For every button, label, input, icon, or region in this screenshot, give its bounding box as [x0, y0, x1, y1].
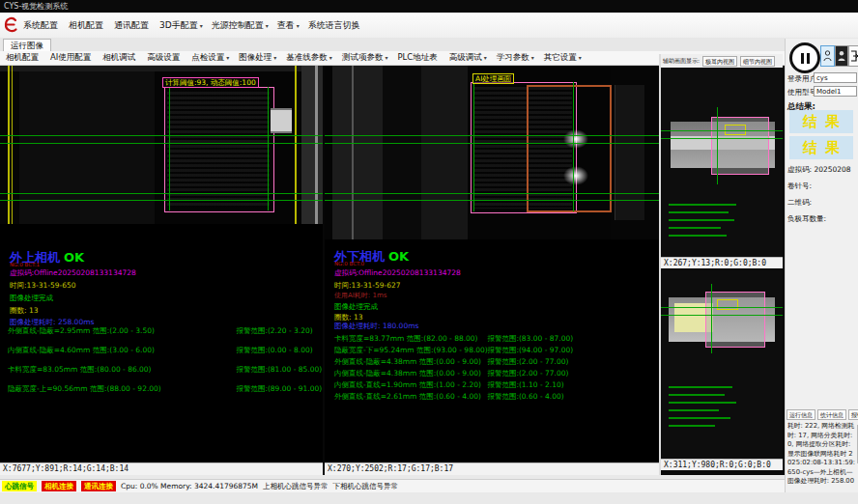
- user-dark-icon: [838, 47, 845, 66]
- chevron-down-icon: ▾: [385, 54, 387, 61]
- measurement-row: 卡料宽度=83.77mm 范围:(82.00 - 88.00) 报警范围:(83…: [334, 334, 655, 346]
- image-region: [0, 66, 323, 71]
- process-elapsed: 图像处理耗时: 180.00ms: [334, 322, 418, 331]
- pause-button[interactable]: [789, 42, 820, 73]
- virtual-barcode: 虚拟码:Offline20250208133134728: [334, 268, 461, 278]
- camera-view-outer-upper[interactable]: 计算阈值:93, 动态阈值:100: [0, 66, 323, 224]
- measurement-value: 内侧直线-隐蔽=4.60mm 范围:(3.00 - 6.00): [8, 346, 234, 355]
- tab-stats-info[interactable]: 统计信息: [817, 409, 846, 420]
- pixel-coords-readout: X:7677;Y:891;R:14;G:14;B:14: [0, 462, 323, 475]
- result-text-line: [669, 394, 725, 396]
- toolbar-item-label: 高级设置: [147, 52, 180, 62]
- chevron-down-icon: ▾: [297, 22, 300, 29]
- alarm-range: 报警范围:(83.00 - 87.00): [487, 334, 573, 343]
- model-field[interactable]: Model1: [814, 86, 857, 97]
- round-count: 圈数: 13: [10, 306, 38, 316]
- measurement-list: 外侧直线-隐蔽=2.95mm 范围:(2.00 - 3.50) 报警范围:(2.…: [8, 322, 319, 400]
- toolbar-item[interactable]: 基准线参数▾: [286, 52, 332, 64]
- menu-item[interactable]: 3D手配置▾: [159, 19, 203, 32]
- menu-item[interactable]: 光源控制配置▾: [212, 19, 269, 32]
- exit-button[interactable]: [848, 45, 858, 67]
- qr-label: 二维码:: [787, 198, 812, 208]
- toolbar-item-label: 图像处理: [239, 52, 272, 62]
- toolbar-item-label: 其它设置: [544, 52, 577, 62]
- login-user-field[interactable]: cys: [814, 72, 857, 83]
- menu-item[interactable]: 系统配置: [23, 19, 60, 32]
- result-text-line: [669, 211, 729, 213]
- menu-item-label: 系统语言切换: [308, 20, 360, 30]
- chevron-down-icon: ▾: [579, 54, 582, 61]
- result-text-line: [669, 417, 730, 419]
- result-text-line: [669, 235, 727, 237]
- toolbar-item[interactable]: 相机调试: [102, 52, 137, 64]
- virtual-barcode: 虚拟码:Offline20250208133134728: [10, 268, 136, 278]
- menu-bar: 系统配置 相机配置 通讯配置 3D手配置▾ 光源控制配置▾ 查看▾ 系统语言切换: [0, 13, 858, 39]
- toolbar-item-label: 相机调试: [102, 52, 135, 62]
- measure-line: [0, 193, 323, 194]
- exit-icon: [850, 47, 858, 66]
- aux-camera-view-bottom[interactable]: [661, 270, 783, 459]
- menu-item-label: 光源控制配置: [212, 20, 264, 30]
- status-message-lower: 下相机心跳信号异常: [333, 482, 399, 491]
- toolbar-item[interactable]: AI使用配置: [50, 52, 93, 64]
- info-tab-strip: 运行信息 统计信息 报错信息: [786, 409, 858, 420]
- menu-item[interactable]: 相机配置: [69, 19, 105, 32]
- menu-item[interactable]: 通讯配置: [114, 19, 151, 32]
- result-text-line: [669, 402, 736, 404]
- measurement-row: 外侧直线-隐蔽=2.95mm 范围:(2.00 - 3.50) 报警范围:(2.…: [8, 322, 319, 342]
- menu-item[interactable]: 系统语言切换: [308, 19, 362, 32]
- toolbar-item[interactable]: 测试项参数▾: [342, 52, 388, 64]
- measure-line: [661, 315, 783, 316]
- aux-header-label: 辅助画面显示:: [663, 57, 700, 66]
- capture-time: 时间:13-31-59-627: [334, 281, 401, 291]
- needle-label: 卷针号:: [787, 182, 812, 191]
- result-text-line: [669, 219, 734, 221]
- result-box-1: 结果: [789, 110, 853, 133]
- chevron-down-icon: ▾: [266, 22, 269, 29]
- menu-item-label: 查看: [277, 20, 295, 30]
- measurement-row: 隐蔽宽度-下=95.24mm 范围:(93.00 - 98.00) 报警范围:(…: [334, 346, 655, 357]
- toolbar-item[interactable]: 学习参数▾: [497, 52, 534, 64]
- tab-run-image[interactable]: 运行图像: [3, 39, 51, 52]
- measurement-value: 外侧直线-隐蔽=2.95mm 范围:(2.00 - 3.50): [8, 326, 234, 336]
- toolbar-item[interactable]: 点检设置▾: [191, 52, 229, 64]
- toolbar-item-label: 相机配置: [6, 52, 39, 62]
- toolbar-item[interactable]: 其它设置▾: [544, 52, 582, 64]
- run-log-text: 耗时: 222, 网络检测耗时: 17, 网络分类耗时: 0, 网络提取分区耗时…: [787, 422, 856, 484]
- alarm-range: 报警范围:(0.00 - 8.00): [236, 346, 312, 354]
- camera-view-outer-lower[interactable]: AI处理画面: [325, 66, 659, 239]
- aux-tab-1[interactable]: 细节内视图: [740, 56, 775, 67]
- login-user-button[interactable]: [820, 45, 835, 67]
- toolbar-item-label: 测试项参数: [342, 52, 384, 62]
- alarm-range: 报警范围:(0.60 - 4.00): [487, 392, 563, 401]
- window-title: CYS-视觉检测系统: [0, 0, 858, 13]
- menu-item[interactable]: 查看▾: [277, 19, 300, 32]
- toolbar-item[interactable]: 高级设置: [147, 52, 182, 64]
- result-text-line: [669, 409, 719, 411]
- toolbar-item-label: AI使用配置: [50, 52, 91, 62]
- aux-tab-0[interactable]: 极耳内视图: [702, 56, 737, 67]
- result-text-line: [669, 425, 715, 427]
- highlight-blob: [563, 129, 588, 149]
- user-manage-button[interactable]: [835, 45, 848, 67]
- process-status: 图像处理完成: [10, 294, 53, 303]
- app-window: CYS-视觉检测系统 系统配置 相机配置 通讯配置 3D手配置▾ 光源控制配置▾…: [0, 0, 858, 504]
- toolbar-item[interactable]: 高级调试▾: [449, 52, 487, 64]
- menu-item-label: 3D手配置: [159, 20, 198, 30]
- toolbar-item[interactable]: 相机配置: [6, 52, 41, 64]
- tab-strip: 运行图像: [0, 38, 858, 52]
- measurement-row: 外侧直线-隐蔽=4.38mm 范围:(0.00 - 9.00) 报警范围:(2.…: [334, 357, 655, 369]
- measure-line: [0, 143, 323, 144]
- result-text-line: [669, 227, 721, 229]
- tab-error-info[interactable]: 报错信息: [848, 409, 858, 420]
- cpu-memory-readout: Cpu: 0.0% Memory: 3424.41796875M: [121, 482, 258, 490]
- aux-header: 辅助画面显示: 极耳内视图 细节内视图: [661, 54, 783, 68]
- measure-line: [0, 200, 323, 201]
- aux-camera-view-top[interactable]: [661, 69, 783, 257]
- measurement-value: 外侧直线-直线=2.61mm 范围:(0.60 - 4.00): [334, 392, 485, 402]
- toolbar-item[interactable]: 图像处理▾: [239, 52, 276, 64]
- toolbar-item[interactable]: PLC地址表: [397, 52, 439, 64]
- tab-run-info[interactable]: 运行信息: [786, 409, 815, 420]
- heartbeat-status-badge: 心跳信号: [2, 481, 37, 491]
- toolbar-item-label: 学习参数: [497, 52, 529, 62]
